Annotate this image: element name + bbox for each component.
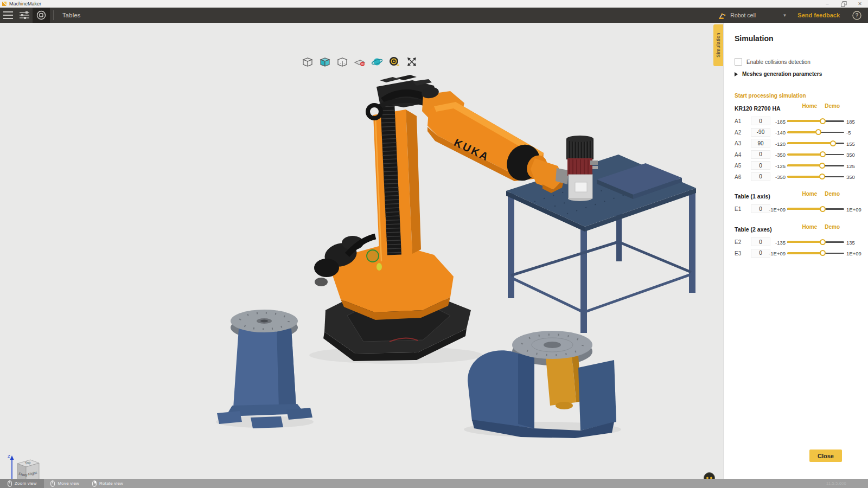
close-window-button[interactable]: ✕ [852, 0, 868, 8]
app-logo-icon [2, 1, 7, 7]
fit-view-icon[interactable] [406, 55, 418, 69]
collisions-checkbox-row: Enable collisions detection [735, 58, 810, 66]
axis-row-a5: A5 -125 125 [724, 160, 868, 171]
mouse-right-icon [92, 480, 97, 487]
panel-title: Simulation [735, 34, 774, 43]
group-header-table1: Table (1 axis) Home Demo [735, 191, 840, 198]
home-link[interactable]: Home [802, 103, 817, 109]
window-titlebar: MachineMaker – ✕ [0, 0, 868, 8]
axis-row-a4: A4 -350 350 [724, 149, 868, 160]
window-title: MachineMaker [9, 1, 41, 7]
axis-row-e3: E3 -1E+09 1E+09 [724, 248, 868, 259]
slider-handle[interactable] [819, 174, 825, 179]
axis-slider[interactable] [787, 250, 844, 256]
mouse-middle-icon [50, 480, 55, 487]
viewport-3d[interactable]: KUKA [0, 23, 723, 479]
wireframe-cube-icon[interactable] [302, 55, 314, 69]
project-name: Robot cell [730, 12, 756, 18]
axis-slider[interactable] [787, 151, 844, 158]
hint-rotate-view: Rotate view [86, 479, 130, 488]
tab-simulation[interactable]: Simulation [713, 24, 723, 66]
mouse-middle-icon [8, 480, 12, 487]
axis-row-a2: A2 -140 -5 [724, 127, 868, 138]
robot-icon [717, 10, 727, 20]
collisions-checkbox[interactable] [735, 58, 742, 66]
send-feedback-link[interactable]: Send feedback [797, 12, 840, 18]
slider-handle[interactable] [819, 163, 825, 169]
hint-zoom-view: Zoom view [0, 479, 44, 488]
show-sphere-icon[interactable] [371, 55, 383, 69]
record-target-icon[interactable] [33, 8, 50, 23]
shaded-cube-icon[interactable] [319, 55, 331, 69]
demo-link[interactable]: Demo [825, 224, 840, 230]
group-header-table2: Table (2 axes) Home Demo [735, 224, 840, 232]
menu-icon[interactable] [0, 8, 16, 23]
project-dropdown[interactable]: Robot cell ▼ [717, 10, 793, 20]
group-header-robot: KR120 R2700 HA Home Demo [735, 103, 840, 111]
axis-row-a1: A1 -185 185 [724, 115, 868, 127]
toolbar-separator [53, 10, 54, 20]
axis-row-a6: A6 -350 350 [724, 171, 868, 183]
measure-tape-icon[interactable] [388, 55, 400, 69]
slider-handle[interactable] [820, 206, 826, 212]
hint-move-view: Move view [44, 479, 86, 488]
axis-slider[interactable] [787, 174, 844, 180]
axis-slider[interactable] [787, 129, 844, 136]
slider-handle[interactable] [820, 239, 826, 245]
axis-slider[interactable] [787, 162, 844, 169]
minimize-button[interactable]: – [819, 0, 835, 8]
demo-link[interactable]: Demo [825, 191, 840, 197]
hidden-lines-cube-icon[interactable] [336, 55, 348, 69]
z-axis-label: Z [8, 454, 10, 459]
axis-slider[interactable] [787, 118, 844, 124]
home-link[interactable]: Home [802, 224, 817, 230]
simulation-panel: Simulation Enable collisions detection M… [723, 23, 868, 479]
work-table[interactable] [506, 155, 696, 333]
meshes-parameters-expander[interactable]: Meshes generation parameters [735, 71, 822, 77]
3d-viewport-scene[interactable]: KUKA [0, 23, 723, 479]
svg-text:?: ? [855, 12, 858, 18]
close-panel-button[interactable]: Close [809, 450, 842, 462]
chevron-down-icon: ▼ [782, 13, 787, 18]
status-bar: Zoom view Move view Rotate view 11.5.5.6… [0, 479, 868, 488]
start-simulation-button[interactable]: Start processing simulation [735, 93, 806, 99]
view-toolbar [302, 55, 418, 69]
help-button[interactable]: ? [850, 11, 864, 20]
axis-slider[interactable] [787, 239, 844, 245]
main-toolbar: Tables Robot cell ▼ Send feedback ? [0, 8, 868, 23]
slider-handle[interactable] [820, 118, 826, 124]
axis-row-e1: E1 -1E+09 1E+09 [724, 203, 868, 215]
slider-handle[interactable] [820, 151, 826, 157]
tab-tables[interactable]: Tables [57, 12, 86, 18]
expand-arrow-icon [735, 72, 738, 76]
remove-plane-icon[interactable] [354, 55, 366, 69]
axis-slider[interactable] [787, 206, 844, 212]
home-link[interactable]: Home [802, 191, 817, 197]
axis-slider[interactable] [787, 140, 844, 146]
single-axis-positioner[interactable] [217, 310, 312, 428]
demo-link[interactable]: Demo [825, 103, 840, 109]
restore-button[interactable] [835, 0, 852, 8]
slider-handle[interactable] [820, 250, 826, 256]
version-label: 11.5.5.606 [826, 481, 846, 486]
slider-handle[interactable] [815, 129, 821, 135]
slider-handle[interactable] [830, 140, 836, 146]
axis-row-e2: E2 -135 135 [724, 236, 868, 248]
axis-row-a3: A3 -120 155 [724, 138, 868, 149]
kuka-robot[interactable]: KUKA [314, 75, 569, 361]
machinemaker-app: MachineMaker – ✕ Tables [0, 0, 868, 488]
settings-sliders-icon[interactable] [16, 8, 33, 23]
collisions-checkbox-label: Enable collisions detection [746, 59, 810, 65]
